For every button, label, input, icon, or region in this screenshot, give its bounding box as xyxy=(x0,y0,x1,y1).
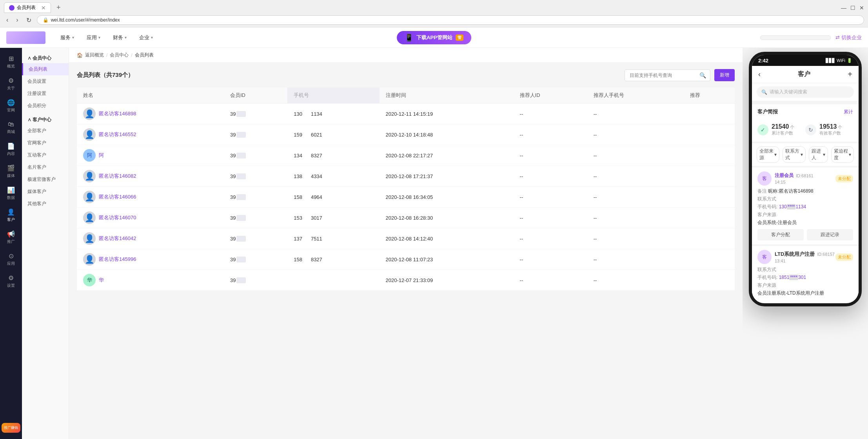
back-btn[interactable]: ‹ xyxy=(4,16,11,24)
sub-link-all-customers[interactable]: 全部客户 xyxy=(22,125,69,137)
member-name[interactable]: 阿 xyxy=(99,152,120,159)
new-tab-btn[interactable]: + xyxy=(54,3,63,13)
member-name[interactable]: 匿名访客146082 xyxy=(99,173,136,180)
member-name[interactable]: 匿名访客146552 xyxy=(99,131,136,138)
customer-name-1: 注册会员 xyxy=(775,172,794,179)
table-row[interactable]: 👤匿名访客14608239 138 43342020-12-08 17:21:3… xyxy=(77,166,735,187)
avatar: 👤 xyxy=(83,128,96,141)
sidebar-item-promotion[interactable]: 📢 推广 xyxy=(0,227,22,248)
member-name[interactable]: 匿名访客145996 xyxy=(99,256,136,263)
phone-customer-card-2[interactable]: 客 LTD系统用户注册 ID:68157 13:41 xyxy=(752,246,859,302)
col-header-referrer-phone: 推荐人手机号 xyxy=(587,87,684,104)
phone-search-input[interactable]: 🔍 请输入关键词搜索 xyxy=(757,86,854,98)
table-row[interactable]: 👤匿名访客14655239 159 60212020-12-10 14:18:4… xyxy=(77,124,735,145)
member-extra-cell xyxy=(684,124,735,145)
sidebar-item-media[interactable]: 🎬 媒体 xyxy=(0,161,22,182)
sidebar-item-data[interactable]: 📊 数据 xyxy=(0,183,22,204)
forward-btn[interactable]: › xyxy=(14,16,20,24)
member-id-cell: 39 xyxy=(224,228,287,249)
sub-link-interactive-customers[interactable]: 互动客户 xyxy=(22,149,69,161)
search-input[interactable] xyxy=(625,70,695,80)
member-list-actions: 🔍 新增 xyxy=(625,69,735,81)
table-row[interactable]: 👤匿名访客14689839 130 11342020-12-11 14:15:1… xyxy=(77,104,735,124)
phone-customer-card-1[interactable]: 客 注册会员 ID:68161 14:15 未分 xyxy=(752,168,859,244)
close-btn[interactable]: ✕ xyxy=(859,5,864,11)
phone-add-btn[interactable]: + xyxy=(848,70,852,79)
member-name[interactable]: 匿名访客146066 xyxy=(99,193,136,200)
nav-item-enterprise[interactable]: 企业 ▾ xyxy=(134,32,158,44)
new-member-button[interactable]: 新增 xyxy=(714,69,735,81)
sub-link-other-customers[interactable]: 其他客户 xyxy=(22,198,69,210)
browser-tab[interactable]: 会员列表 ✕ xyxy=(4,2,51,13)
phone-frame: 2:42 ▊▊▊ WiFi 🔋 ‹ 客户 + xyxy=(749,52,862,306)
sidebar-item-overview[interactable]: ⊞ 概览 xyxy=(0,52,22,72)
filter-source-btn[interactable]: 全部来源 ▾ xyxy=(757,146,779,163)
table-row[interactable]: 👤匿名访客14606639 158 49642020-12-08 16:34:0… xyxy=(77,187,735,208)
sub-link-member-list[interactable]: 会员列表 xyxy=(22,63,69,75)
breadcrumb: 🏠 返回概览 / 会员中心 / 会员列表 xyxy=(69,48,743,63)
phone-search-placeholder: 请输入关键词搜索 xyxy=(770,89,807,95)
media-icon: 🎬 xyxy=(7,164,15,172)
col-header-id: 会员ID xyxy=(224,87,287,104)
member-name[interactable]: 华 xyxy=(99,277,120,284)
table-row[interactable]: 阿阿 39 134 83272020-12-08 22:17:27---- xyxy=(77,145,735,166)
breadcrumb-mid-link[interactable]: 会员中心 xyxy=(110,52,129,58)
member-name[interactable]: 匿名访客146070 xyxy=(99,214,136,221)
sidebar-item-apps[interactable]: ⊙ 应用 xyxy=(0,249,22,270)
switch-enterprise-btn[interactable]: ⇄ 切换企业 xyxy=(835,34,862,41)
sub-link-card-customers[interactable]: 名片客户 xyxy=(22,161,69,173)
member-regtime-cell: 2020-12-08 14:12:40 xyxy=(380,228,514,249)
nav-item-finance[interactable]: 财务 ▾ xyxy=(107,32,132,44)
breadcrumb-home-link[interactable]: 返回概览 xyxy=(85,52,104,58)
search-button[interactable]: 🔍 xyxy=(695,70,710,81)
maximize-btn[interactable]: ☐ xyxy=(850,5,855,11)
table-row[interactable]: 华华 39 2020-12-07 21:33:09---- xyxy=(77,270,735,291)
sub-link-website-customers[interactable]: 官网客户 xyxy=(22,137,69,149)
nav-item-app[interactable]: 应用 ▾ xyxy=(81,32,106,44)
sub-link-member-points[interactable]: 会员积分 xyxy=(22,100,69,112)
member-regtime-cell: 2020-12-11 14:15:19 xyxy=(380,104,514,124)
sub-link-miniapp-customers[interactable]: 极速官微客户 xyxy=(22,173,69,186)
member-name[interactable]: 匿名访客146898 xyxy=(99,110,136,117)
sidebar-item-website[interactable]: 🌐 官网 xyxy=(0,96,22,116)
url-bar[interactable]: 🔒 wei.ltd.com/user/#/member/index xyxy=(37,15,864,25)
sidebar-item-settings[interactable]: ⚙ 设置 xyxy=(0,271,22,291)
member-regtime-cell: 2020-12-07 21:33:09 xyxy=(380,270,514,291)
followup-btn-1[interactable]: 跟进记录 xyxy=(807,229,853,240)
tab-close-btn[interactable]: ✕ xyxy=(41,5,46,11)
member-phone-cell: 158 8327 xyxy=(287,249,379,270)
filter-follow-btn[interactable]: 跟进人 ▾ xyxy=(809,146,828,163)
top-search-bar[interactable] xyxy=(760,35,831,40)
sidebar-item-customer[interactable]: 👤 客户 xyxy=(0,205,22,226)
phone-cumulative-link[interactable]: 累计 xyxy=(844,109,853,115)
member-center-title[interactable]: ∧ 会员中心 xyxy=(22,53,69,63)
member-referrer-phone-cell: -- xyxy=(587,228,684,249)
phone-page-title: 客户 xyxy=(798,70,810,78)
filter-contact-btn[interactable]: 联系方式 ▾ xyxy=(783,146,805,163)
table-row[interactable]: 👤匿名访客14604239 137 75112020-12-08 14:12:4… xyxy=(77,228,735,249)
signal-icon: ▊▊▊ xyxy=(826,58,835,63)
sidebar-item-content[interactable]: 📄 内容 xyxy=(0,139,22,160)
phone-back-btn[interactable]: ‹ xyxy=(758,70,761,78)
minimize-btn[interactable]: — xyxy=(841,5,846,11)
table-row[interactable]: 👤匿名访客14607039 153 30172020-12-08 16:28:3… xyxy=(77,208,735,228)
reload-btn[interactable]: ↻ xyxy=(24,16,34,25)
member-regtime-cell: 2020-12-08 16:34:05 xyxy=(380,187,514,208)
download-app-banner[interactable]: 📱 下载APP管网站 管 xyxy=(397,31,471,44)
sub-link-media-customers[interactable]: 媒体客户 xyxy=(22,186,69,198)
member-id-cell: 39 xyxy=(224,145,287,166)
nav-item-service[interactable]: 服务 ▾ xyxy=(55,32,80,44)
breadcrumb-current: 会员列表 xyxy=(135,52,154,58)
col-header-referrer-id: 推荐人ID xyxy=(514,87,587,104)
promo-banner[interactable]: 推广赚钱 xyxy=(2,423,20,433)
table-row[interactable]: 👤匿名访客14599639 158 83272020-12-08 11:07:2… xyxy=(77,249,735,270)
filter-urgency-btn[interactable]: 紧迫程度 ▾ xyxy=(831,146,854,163)
sub-link-member-settings[interactable]: 会员设置 xyxy=(22,75,69,87)
customer-center-title[interactable]: ∧ 客户中心 xyxy=(22,115,69,125)
assign-btn-1[interactable]: 客户分配 xyxy=(757,229,804,240)
sidebar-item-shop[interactable]: 🛍 商城 xyxy=(0,118,22,138)
sub-link-register-settings[interactable]: 注册设置 xyxy=(22,87,69,100)
phone-status-icons: ▊▊▊ WiFi 🔋 xyxy=(826,58,852,63)
sidebar-item-about[interactable]: ⚙ 关于 xyxy=(0,74,22,94)
member-name[interactable]: 匿名访客146042 xyxy=(99,235,136,242)
